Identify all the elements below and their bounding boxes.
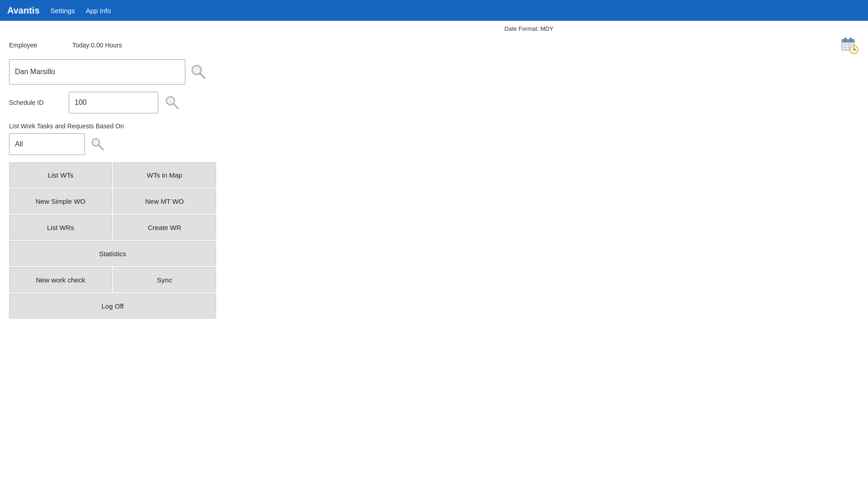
list-tasks-label: List Work Tasks and Requests Based On: [9, 122, 859, 130]
button-grid-row2: New Simple WO New MT WO: [9, 188, 216, 214]
create-wr-button[interactable]: Create WR: [113, 215, 216, 240]
new-simple-wo-button[interactable]: New Simple WO: [9, 188, 112, 214]
new-work-check-button[interactable]: New work check: [9, 267, 112, 292]
employee-input-row: [9, 59, 859, 84]
navbar: Avantis Settings App Info: [0, 0, 868, 21]
svg-point-11: [854, 49, 855, 51]
date-format-label: Date Format: MDY: [199, 25, 859, 32]
list-tasks-filter-input[interactable]: [9, 133, 85, 155]
sync-button[interactable]: Sync: [113, 267, 216, 292]
navbar-settings[interactable]: Settings: [51, 7, 75, 14]
new-mt-wo-button[interactable]: New MT WO: [113, 188, 216, 214]
schedule-search-button[interactable]: [164, 94, 181, 111]
button-grid-row1: List WTs WTs in Map: [9, 162, 216, 188]
employee-input[interactable]: [9, 59, 185, 84]
calendar-icon[interactable]: [840, 36, 859, 55]
schedule-id-input[interactable]: [69, 92, 158, 113]
schedule-row: Schedule ID: [9, 92, 859, 113]
employee-search-button[interactable]: [189, 62, 208, 81]
list-tasks-row: [9, 133, 859, 155]
list-wrs-button[interactable]: List WRs: [9, 215, 112, 240]
svg-line-20: [98, 145, 103, 150]
schedule-id-label: Schedule ID: [9, 99, 63, 106]
wts-in-map-button[interactable]: WTs in Map: [113, 162, 216, 188]
svg-rect-6: [844, 38, 846, 41]
employee-row: Employee Today:0.00 Hours: [9, 36, 859, 55]
main-content: Date Format: MDY Employee Today:0.00 Hou…: [0, 21, 868, 324]
list-tasks-search-button[interactable]: [90, 136, 106, 152]
bottom-grid-row1: New work check Sync: [9, 267, 216, 292]
statistics-button[interactable]: Statistics: [9, 241, 216, 266]
navbar-app-info[interactable]: App Info: [86, 7, 111, 14]
svg-line-14: [200, 73, 205, 78]
button-grid-row3: List WRs Create WR: [9, 215, 216, 240]
today-hours: Today:0.00 Hours: [72, 42, 831, 49]
log-off-button[interactable]: Log Off: [9, 293, 216, 319]
navbar-brand: Avantis: [7, 5, 40, 16]
list-wts-button[interactable]: List WTs: [9, 162, 112, 188]
employee-label: Employee: [9, 42, 63, 49]
svg-rect-7: [850, 38, 852, 41]
svg-line-17: [173, 103, 178, 108]
svg-rect-1: [842, 39, 854, 42]
